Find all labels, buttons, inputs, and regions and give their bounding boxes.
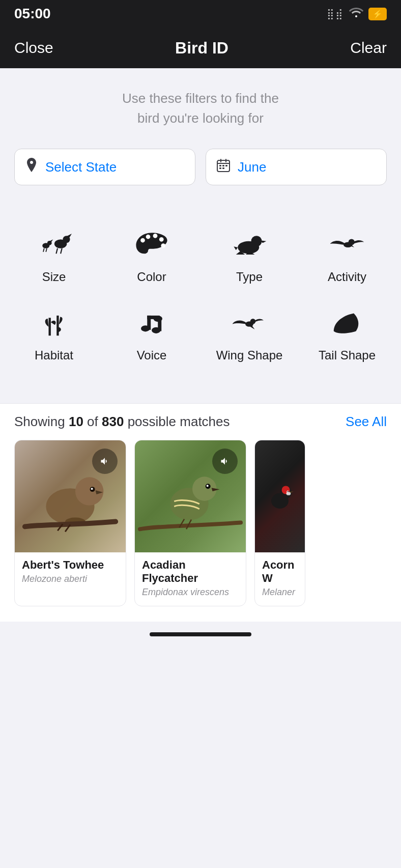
month-filter-button[interactable]: June xyxy=(206,149,387,185)
svg-point-23 xyxy=(251,236,262,246)
month-filter-label: June xyxy=(238,159,266,175)
svg-rect-26 xyxy=(49,318,51,335)
nav-bar: Close Bird ID Clear xyxy=(0,27,401,68)
state-filter-button[interactable]: Select State xyxy=(14,149,195,185)
svg-point-48 xyxy=(207,485,209,487)
wifi-icon xyxy=(349,7,363,20)
status-bar: 05:00 ⣿⣾ ⚡ xyxy=(0,0,401,27)
svg-point-17 xyxy=(140,238,145,243)
close-button[interactable]: Close xyxy=(14,39,53,57)
see-all-button[interactable]: See All xyxy=(346,414,387,430)
size-icon xyxy=(36,226,72,262)
type-label: Type xyxy=(236,270,263,284)
wing-shape-icon xyxy=(232,304,267,340)
svg-rect-6 xyxy=(225,165,227,166)
svg-rect-4 xyxy=(219,165,221,166)
filter-item-tail-shape[interactable]: Tail Shape xyxy=(298,294,396,373)
audio-btn-1[interactable] xyxy=(212,449,238,474)
filter-item-habitat[interactable]: Habitat xyxy=(5,294,103,373)
matches-showing: 10 xyxy=(69,414,83,429)
filter-item-voice[interactable]: Voice xyxy=(103,294,200,373)
state-filter-label: Select State xyxy=(45,159,117,175)
clear-button[interactable]: Clear xyxy=(350,39,387,57)
battery-icon: ⚡ xyxy=(368,8,387,20)
svg-point-54 xyxy=(286,492,291,495)
size-label: Size xyxy=(42,270,66,284)
bird-card-image-1 xyxy=(135,440,246,552)
svg-rect-7 xyxy=(219,167,221,169)
audio-btn-0[interactable] xyxy=(92,449,118,474)
bird-card-info-1: Acadian Flycatcher Empidonax virescens xyxy=(135,552,246,606)
svg-line-15 xyxy=(56,248,58,254)
voice-label: Voice xyxy=(137,348,167,362)
matches-section: Showing 10 of 830 possible matches See A… xyxy=(0,403,401,622)
tail-shape-icon xyxy=(329,304,365,340)
svg-point-20 xyxy=(159,237,164,242)
bird-scientific-name-0: Melozone aberti xyxy=(22,574,119,584)
svg-rect-5 xyxy=(222,165,224,166)
svg-rect-8 xyxy=(222,167,224,169)
svg-point-30 xyxy=(141,325,150,331)
filter-item-size[interactable]: Size xyxy=(5,216,103,294)
habitat-label: Habitat xyxy=(35,348,73,362)
matches-total: 830 xyxy=(102,414,124,429)
calendar-icon xyxy=(216,158,231,176)
signal-icon: ⣿⣾ xyxy=(327,8,344,20)
filter-grid: Size Color xyxy=(0,206,401,403)
bird-card-0[interactable]: Abert's Towhee Melozone aberti xyxy=(14,440,126,606)
status-time: 05:00 xyxy=(14,6,51,22)
filter-item-color[interactable]: Color xyxy=(103,216,200,294)
filter-item-activity[interactable]: Activity xyxy=(298,216,396,294)
home-indicator xyxy=(0,622,401,642)
wing-shape-label: Wing Shape xyxy=(216,348,283,362)
svg-line-11 xyxy=(43,248,44,252)
svg-point-21 xyxy=(161,243,165,248)
color-icon xyxy=(134,226,169,262)
svg-point-42 xyxy=(91,488,93,490)
activity-icon xyxy=(329,226,365,262)
matches-count-text: Showing 10 of 830 possible matches xyxy=(14,414,230,430)
tail-shape-label: Tail Shape xyxy=(319,348,376,362)
bird-card-2[interactable]: Acorn W Melaner xyxy=(254,440,305,606)
status-icons: ⣿⣾ ⚡ xyxy=(327,7,387,20)
location-icon xyxy=(25,158,38,177)
filter-dropdowns: Select State June xyxy=(0,138,401,206)
svg-rect-27 xyxy=(56,316,59,335)
bird-cards: Abert's Towhee Melozone aberti xyxy=(14,440,387,617)
svg-line-12 xyxy=(46,248,47,252)
type-icon xyxy=(232,226,267,262)
svg-point-18 xyxy=(146,235,151,239)
voice-icon xyxy=(134,304,169,340)
svg-point-19 xyxy=(153,234,158,238)
filter-item-type[interactable]: Type xyxy=(200,216,298,294)
habitat-icon xyxy=(36,304,72,340)
bird-card-1[interactable]: Acadian Flycatcher Empidonax virescens xyxy=(134,440,246,606)
matches-header: Showing 10 of 830 possible matches See A… xyxy=(14,414,387,430)
bird-common-name-0: Abert's Towhee xyxy=(22,558,119,572)
bird-scientific-name-2: Melaner xyxy=(262,587,298,598)
svg-line-16 xyxy=(61,248,62,254)
bird-scientific-name-1: Empidonax virescens xyxy=(142,587,239,598)
filter-item-wing-shape[interactable]: Wing Shape xyxy=(200,294,298,373)
activity-label: Activity xyxy=(328,270,366,284)
bird-card-image-2 xyxy=(255,440,305,552)
color-label: Color xyxy=(137,270,166,284)
home-bar xyxy=(150,632,251,636)
bird-card-info-0: Abert's Towhee Melozone aberti xyxy=(15,552,126,593)
bird-common-name-2: Acorn W xyxy=(262,558,298,585)
filter-subtitle: Use these filters to find the bird you'r… xyxy=(0,68,401,138)
bird-card-image-0 xyxy=(15,440,126,552)
svg-point-33 xyxy=(152,327,161,333)
bird-common-name-1: Acadian Flycatcher xyxy=(142,558,239,585)
page-title: Bird ID xyxy=(175,39,228,58)
bird-card-info-2: Acorn W Melaner xyxy=(255,552,305,606)
svg-point-37 xyxy=(75,477,103,505)
